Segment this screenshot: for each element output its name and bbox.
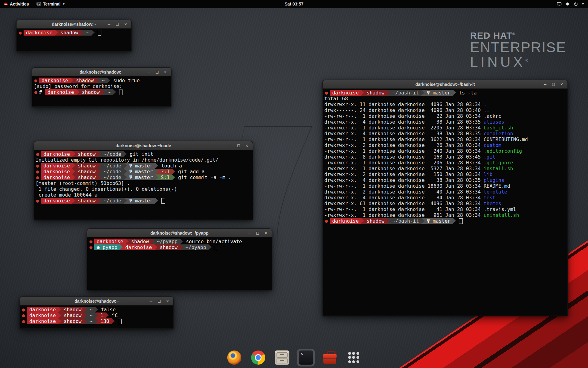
terminal-line: -rw-rw-r--. 1 darknoise darknoise 41 Jan… — [324, 206, 566, 212]
terminal-text: custom — [484, 142, 501, 148]
window-titlebar[interactable]: darknoise@shadow:~/pyapp – □ ✕ — [87, 229, 272, 237]
close-button[interactable]: ✕ — [165, 297, 170, 305]
terminal-text: # — [39, 89, 45, 95]
dock: $ — [225, 349, 363, 366]
window-titlebar[interactable]: darknoise@shadow:~/bash-it – □ ✕ — [323, 80, 567, 89]
powerline-separator — [387, 218, 390, 224]
close-button[interactable]: ✕ — [163, 68, 168, 76]
terminal-text: .. — [484, 107, 489, 113]
powerline-separator — [77, 89, 80, 95]
terminal-line: ●darknoiseshadow~/codeΨ master touch a — [36, 163, 251, 169]
powerline-separator — [124, 169, 127, 174]
firefox-dock-icon[interactable] — [225, 349, 243, 366]
terminal-line: -rwxrwxr-x. 1 darknoise darknoise 961 Ja… — [324, 212, 566, 218]
terminal-line: drwxrwxr-x. 11 darknoise darknoise 4096 … — [324, 102, 566, 107]
terminal-window-sudo[interactable]: darknoise@shadow:~ – □ ✕ ●darknoiseshado… — [32, 67, 172, 107]
terminal-text: touch a — [158, 163, 182, 169]
host-segment: shadow — [75, 169, 98, 174]
window-titlebar[interactable]: darknoise@shadow:~ – □ ✕ — [17, 20, 131, 29]
terminal-line: ●● pyappdarknoiseshadow~/pyapp — [89, 244, 270, 250]
minimize-button[interactable]: – — [106, 20, 112, 28]
powerline-separator — [421, 90, 424, 96]
terminal-text: test — [484, 195, 496, 201]
maximize-button[interactable]: □ — [255, 229, 260, 237]
activities-button[interactable]: Activities — [0, 0, 32, 8]
terminal-content[interactable]: ●darknoiseshadow~ — [17, 29, 131, 51]
path-segment: ~/code — [101, 198, 124, 204]
path-segment: ~/bash-it — [390, 90, 421, 96]
window-titlebar[interactable]: darknoise@shadow:~/code – □ ✕ — [34, 141, 253, 150]
close-button[interactable]: ✕ — [244, 141, 250, 150]
minimize-button[interactable]: – — [146, 68, 152, 76]
terminal-line: -rwxrwxr-x. 1 darknoise darknoise 2205 J… — [324, 125, 566, 131]
terminal-text: false — [98, 307, 116, 312]
err-segment: 1 — [98, 312, 106, 318]
powerline-separator — [453, 218, 456, 224]
terminal-line: [master (root-commit) 50bcb63] . — [36, 180, 251, 186]
prompt-dot-icon: ● — [34, 78, 39, 83]
maximize-button[interactable]: □ — [115, 20, 120, 28]
host-segment: shadow — [61, 318, 84, 324]
host-segment: shadow — [75, 198, 98, 204]
activities-label: Activities — [10, 2, 29, 6]
powerline-separator — [102, 89, 105, 95]
git-segment: Ψ master — [127, 198, 155, 204]
powerline-separator — [107, 78, 110, 83]
user-segment: darknoise — [330, 218, 361, 224]
powerline-separator — [58, 312, 61, 318]
chrome-dock-icon[interactable] — [249, 349, 267, 366]
app-menu[interactable]: Terminal ▾ — [32, 0, 68, 8]
terminal-window-pyapp[interactable]: darknoise@shadow:~/pyapp – □ ✕ ●darknois… — [87, 228, 272, 290]
minimize-button[interactable]: – — [228, 141, 233, 150]
minimize-button[interactable]: – — [247, 229, 252, 237]
terminal-line: drwxrwxr-x. 2 darknoise darknoise 26 Jan… — [324, 142, 566, 148]
terminal-line: ●darknoiseshadow~1 ^C — [21, 312, 172, 318]
venv-segment: ● pyapp — [94, 244, 120, 250]
terminal-window-code[interactable]: darknoise@shadow:~/code – □ ✕ ●darknoise… — [34, 141, 253, 220]
window-title: darknoise@shadow:~ — [80, 70, 124, 75]
powerline-separator — [180, 244, 183, 250]
terminal-line: drwx------. 24 darknoise darknoise 4096 … — [324, 107, 566, 113]
terminal-line: ●darknoiseshadow~130 — [21, 318, 172, 324]
powerline-separator — [180, 239, 183, 244]
user-segment: darknoise — [330, 90, 361, 96]
terminal-text: bash_it.sh — [484, 125, 513, 131]
close-button[interactable]: ✕ — [123, 20, 128, 28]
close-button[interactable]: ✕ — [559, 80, 564, 88]
show-apps-dock-icon[interactable] — [345, 349, 363, 366]
close-button[interactable]: ✕ — [263, 229, 269, 237]
powerline-separator — [126, 239, 129, 244]
maximize-button[interactable]: □ — [236, 141, 241, 150]
terminal-text: [sudo] password for darknoise: — [34, 83, 122, 89]
toolbox-dock-icon[interactable] — [321, 349, 339, 366]
window-titlebar[interactable]: darknoise@shadow:~ – □ ✕ — [20, 297, 173, 305]
maximize-button[interactable]: □ — [551, 80, 556, 88]
terminal-content[interactable]: ●darknoiseshadow~/bash-itΨ master ls -la… — [323, 89, 567, 316]
user-segment: darknoise — [94, 239, 126, 244]
terminal-window-home-1[interactable]: darknoise@shadow:~ – □ ✕ ●darknoiseshado… — [16, 20, 132, 52]
terminal-line: -rw-rw-r--. 1 darknoise darknoise 22 Jan… — [324, 113, 566, 119]
powerline-separator — [95, 307, 98, 312]
system-menu[interactable]: ▾ — [552, 0, 588, 8]
terminal-window-bash-it[interactable]: darknoise@shadow:~/bash-it – □ ✕ ●darkno… — [322, 80, 568, 316]
maximize-button[interactable]: □ — [156, 297, 162, 305]
path-segment: ~/pyapp — [183, 244, 209, 250]
terminal-text: Initialized empty Git repository in /hom… — [36, 157, 218, 163]
powerline-separator — [113, 89, 116, 95]
clock[interactable]: Sat 03:57 — [285, 0, 303, 8]
minimize-button[interactable]: – — [542, 80, 548, 88]
terminal-content[interactable]: ●darknoiseshadow~/pyapp source bin/activ… — [87, 237, 272, 290]
window-titlebar[interactable]: darknoise@shadow:~ – □ ✕ — [32, 68, 171, 76]
terminal-dock-icon[interactable]: $ — [297, 349, 315, 366]
terminal-text: ^C — [109, 312, 118, 318]
files-dock-icon[interactable] — [273, 349, 291, 366]
maximize-button[interactable]: □ — [154, 68, 160, 76]
terminal-content[interactable]: ●darknoiseshadow~/code git initInitializ… — [34, 150, 253, 220]
terminal-window-home-2[interactable]: darknoise@shadow:~ – □ ✕ ●darknoiseshado… — [20, 297, 174, 329]
terminal-content[interactable]: ●darknoiseshadow~ sudo true[sudo] passwo… — [32, 76, 171, 106]
terminal-text: drwx------. 24 darknoise darknoise 4096 … — [324, 107, 484, 113]
path-segment: ~/code — [101, 163, 124, 169]
powerline-separator — [155, 174, 158, 180]
minimize-button[interactable]: – — [148, 297, 154, 305]
terminal-content[interactable]: ●darknoiseshadow~ false●darknoiseshadow~… — [20, 305, 173, 328]
